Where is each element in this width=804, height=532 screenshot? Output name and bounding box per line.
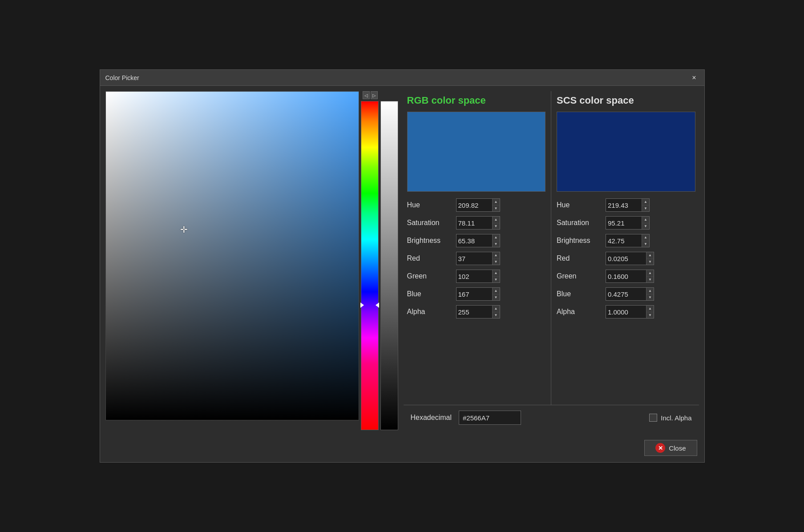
rgb-brightness-input[interactable] bbox=[457, 234, 492, 247]
hue-arrow-right[interactable]: ▷ bbox=[371, 91, 378, 99]
scs-blue-down[interactable]: ▼ bbox=[646, 294, 654, 300]
rgb-saturation-label: Saturation bbox=[407, 219, 456, 227]
rgb-blue-up[interactable]: ▲ bbox=[493, 288, 500, 294]
rgb-alpha-spinners: ▲ ▼ bbox=[492, 306, 500, 318]
scs-title: SCS color space bbox=[557, 91, 695, 112]
title-bar-close-button[interactable]: × bbox=[689, 73, 699, 82]
rgb-saturation-up[interactable]: ▲ bbox=[493, 217, 500, 223]
rgb-blue-input-wrap: ▲ ▼ bbox=[456, 287, 500, 301]
scs-saturation-label: Saturation bbox=[557, 219, 606, 227]
dialog-title: Color Picker bbox=[105, 74, 139, 81]
scs-blue-up[interactable]: ▲ bbox=[646, 288, 654, 294]
rgb-alpha-down[interactable]: ▼ bbox=[493, 312, 500, 318]
rgb-hue-spinners: ▲ ▼ bbox=[492, 199, 500, 211]
scs-red-down[interactable]: ▼ bbox=[646, 258, 654, 265]
title-bar: Color Picker × bbox=[100, 70, 704, 86]
picker-area: ✛ ◁ ▷ bbox=[105, 91, 398, 430]
scs-alpha-up[interactable]: ▲ bbox=[646, 306, 654, 312]
scs-brightness-input[interactable] bbox=[606, 234, 642, 247]
rgb-brightness-input-wrap: ▲ ▼ bbox=[456, 234, 500, 247]
rgb-red-input[interactable] bbox=[457, 252, 492, 265]
scs-hue-up[interactable]: ▲ bbox=[642, 199, 649, 205]
rgb-alpha-label: Alpha bbox=[407, 308, 456, 316]
scs-saturation-input[interactable] bbox=[606, 217, 642, 229]
rgb-alpha-input-wrap: ▲ ▼ bbox=[456, 305, 500, 318]
close-icon: ✕ bbox=[655, 443, 665, 453]
rgb-color-preview bbox=[407, 112, 546, 192]
rgb-brightness-row: Brightness ▲ ▼ bbox=[407, 234, 546, 248]
rgb-red-up[interactable]: ▲ bbox=[493, 252, 500, 258]
color-gradient-canvas[interactable]: ✛ bbox=[105, 91, 359, 420]
rgb-green-down[interactable]: ▼ bbox=[493, 276, 500, 282]
scs-red-input[interactable] bbox=[606, 252, 646, 265]
scs-green-down[interactable]: ▼ bbox=[646, 276, 654, 282]
right-panel: RGB color space Hue ▲ ▼ bbox=[404, 91, 699, 430]
rgb-brightness-label: Brightness bbox=[407, 237, 456, 245]
scs-red-spinners: ▲ ▼ bbox=[646, 252, 654, 265]
scs-green-input-wrap: ▲ ▼ bbox=[606, 270, 654, 283]
rgb-blue-row: Blue ▲ ▼ bbox=[407, 287, 546, 301]
brightness-slider-container bbox=[380, 91, 398, 430]
rgb-green-up[interactable]: ▲ bbox=[493, 270, 500, 276]
scs-alpha-input-wrap: ▲ ▼ bbox=[606, 305, 654, 318]
scs-green-spinners: ▲ ▼ bbox=[646, 270, 654, 282]
scs-green-up[interactable]: ▲ bbox=[646, 270, 654, 276]
scs-red-up[interactable]: ▲ bbox=[646, 252, 654, 258]
rgb-blue-down[interactable]: ▼ bbox=[493, 294, 500, 300]
rgb-hue-down[interactable]: ▼ bbox=[493, 205, 500, 211]
scs-green-input[interactable] bbox=[606, 270, 646, 282]
hue-arrows-top: ◁ ▷ bbox=[361, 91, 379, 100]
rgb-saturation-spinners: ▲ ▼ bbox=[492, 217, 500, 229]
rgb-saturation-input-wrap: ▲ ▼ bbox=[456, 216, 500, 230]
hexadecimal-input[interactable] bbox=[459, 411, 521, 425]
hue-bar[interactable] bbox=[361, 101, 379, 430]
rgb-hue-up[interactable]: ▲ bbox=[493, 199, 500, 205]
scs-blue-input[interactable] bbox=[606, 288, 646, 300]
scs-saturation-down[interactable]: ▼ bbox=[642, 223, 649, 229]
hue-arrow-left[interactable]: ◁ bbox=[363, 91, 370, 99]
rgb-hue-row: Hue ▲ ▼ bbox=[407, 198, 546, 212]
rgb-saturation-down[interactable]: ▼ bbox=[493, 223, 500, 229]
scs-blue-label: Blue bbox=[557, 290, 606, 298]
scs-hue-down[interactable]: ▼ bbox=[642, 205, 649, 211]
rgb-saturation-input[interactable] bbox=[457, 217, 492, 229]
close-button[interactable]: ✕ Close bbox=[644, 440, 697, 456]
rgb-hue-input[interactable] bbox=[457, 199, 492, 211]
scs-hue-spinners: ▲ ▼ bbox=[642, 199, 649, 211]
close-button-wrap: ✕ Close bbox=[100, 435, 704, 462]
rgb-hue-input-wrap: ▲ ▼ bbox=[456, 198, 500, 212]
incl-alpha-wrap: Incl. Alpha bbox=[649, 414, 691, 422]
rgb-blue-spinners: ▲ ▼ bbox=[492, 288, 500, 300]
scs-hue-input[interactable] bbox=[606, 199, 642, 211]
brightness-bar[interactable] bbox=[380, 101, 398, 430]
scs-red-input-wrap: ▲ ▼ bbox=[606, 252, 654, 265]
rgb-brightness-down[interactable]: ▼ bbox=[493, 241, 500, 247]
rgb-hue-label: Hue bbox=[407, 201, 456, 209]
panel-divider bbox=[551, 91, 551, 405]
scs-alpha-input[interactable] bbox=[606, 306, 646, 318]
rgb-blue-input[interactable] bbox=[457, 288, 492, 300]
incl-alpha-checkbox[interactable] bbox=[649, 414, 657, 422]
rgb-blue-label: Blue bbox=[407, 290, 456, 298]
rgb-green-row: Green ▲ ▼ bbox=[407, 269, 546, 283]
rgb-green-input[interactable] bbox=[457, 270, 492, 282]
scs-saturation-row: Saturation ▲ ▼ bbox=[557, 216, 695, 230]
hexadecimal-label: Hexadecimal bbox=[411, 414, 452, 422]
rgb-alpha-up[interactable]: ▲ bbox=[493, 306, 500, 312]
scs-brightness-down[interactable]: ▼ bbox=[642, 241, 649, 247]
rgb-saturation-row: Saturation ▲ ▼ bbox=[407, 216, 546, 230]
scs-brightness-label: Brightness bbox=[557, 237, 606, 245]
hue-pointer-left bbox=[360, 302, 364, 308]
scs-saturation-up[interactable]: ▲ bbox=[642, 217, 649, 223]
rgb-red-input-wrap: ▲ ▼ bbox=[456, 252, 500, 265]
scs-alpha-down[interactable]: ▼ bbox=[646, 312, 654, 318]
scs-panel: SCS color space Hue ▲ ▼ bbox=[553, 91, 699, 405]
rgb-alpha-input[interactable] bbox=[457, 306, 492, 318]
hue-slider-container: ◁ ▷ bbox=[361, 91, 379, 430]
scs-brightness-row: Brightness ▲ ▼ bbox=[557, 234, 695, 248]
rgb-brightness-up[interactable]: ▲ bbox=[493, 234, 500, 241]
rgb-red-down[interactable]: ▼ bbox=[493, 258, 500, 265]
scs-blue-row: Blue ▲ ▼ bbox=[557, 287, 695, 301]
scs-brightness-up[interactable]: ▲ bbox=[642, 234, 649, 241]
scs-brightness-spinners: ▲ ▼ bbox=[642, 234, 649, 247]
